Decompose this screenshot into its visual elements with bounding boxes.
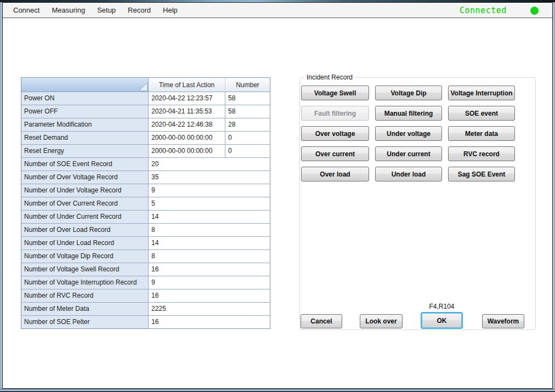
manual-filtering-button[interactable]: Manual filtering bbox=[375, 106, 442, 121]
soe-event-button[interactable]: SOE event bbox=[448, 106, 515, 121]
connection-status-dot-icon bbox=[530, 7, 539, 15]
row-value-cell: 5 bbox=[149, 197, 270, 210]
ok-button[interactable]: OK bbox=[421, 312, 463, 329]
row-time-cell: 2020-04-21 11:35:53 bbox=[149, 105, 225, 118]
row-value-cell: 16 bbox=[149, 263, 270, 276]
window-frame-bottom bbox=[0, 389, 555, 392]
fault-filtering-button: Fault filtering bbox=[301, 106, 369, 121]
cancel-button[interactable]: Cancel bbox=[301, 314, 342, 328]
incident-record-title: Incident Record bbox=[304, 73, 355, 81]
rvc-record-button[interactable]: RVC record bbox=[448, 146, 515, 161]
header-cell-number[interactable]: Number bbox=[225, 78, 270, 92]
over-load-button[interactable]: Over load bbox=[301, 167, 369, 181]
row-number-cell: 0 bbox=[225, 132, 270, 144]
header-cell-time[interactable]: Time of Last Action bbox=[149, 78, 225, 92]
connection-status-text: Connected bbox=[460, 3, 507, 18]
row-number-cell: 28 bbox=[225, 118, 270, 131]
row-value-cell: 14 bbox=[149, 211, 270, 223]
row-number-cell: 58 bbox=[225, 105, 270, 118]
incident-record-group: Incident Record Voltage Swell Voltage Di… bbox=[299, 77, 536, 330]
menu-item-connect[interactable]: Connect bbox=[7, 3, 46, 18]
sag-soe-event-button[interactable]: Sag SOE Event bbox=[448, 167, 515, 181]
menu-item-help[interactable]: Help bbox=[157, 3, 184, 18]
row-value-cell: 16 bbox=[149, 289, 270, 302]
row-value-cell: 16 bbox=[149, 316, 270, 328]
waveform-button[interactable]: Waveform bbox=[482, 314, 524, 328]
menu-item-measuring[interactable]: Measuring bbox=[46, 3, 91, 18]
table-row[interactable]: Number of RVC Record 16 bbox=[21, 289, 270, 303]
main-window: Connect Measuring Setup Record Help Conn… bbox=[2, 2, 553, 389]
table-row[interactable]: Number of Over Voltage Record 35 bbox=[21, 171, 270, 184]
table-row[interactable]: Number of Voltage Interruption Record 9 bbox=[21, 276, 270, 289]
table-row[interactable]: Number of Under Current Record 14 bbox=[21, 211, 270, 224]
under-voltage-button[interactable]: Under voltage bbox=[375, 126, 442, 141]
table-row[interactable]: Number of Voltage Swell Record 16 bbox=[21, 263, 270, 276]
table-row[interactable]: Parameter Modification 2020-04-22 12:46:… bbox=[21, 118, 270, 132]
row-value-cell: 9 bbox=[149, 276, 270, 289]
table-row[interactable]: Power OFF 2020-04-21 11:35:53 58 bbox=[21, 105, 270, 118]
voltage-dip-button[interactable]: Voltage Dip bbox=[375, 86, 442, 100]
table-row[interactable]: Reset Energy 2000-00-00 00:00:00 0 bbox=[21, 145, 270, 158]
table-row[interactable]: Number of Under Voltage Record 9 bbox=[21, 184, 270, 197]
table-header-row: Time of Last Action Number bbox=[21, 78, 270, 92]
event-summary-table: Time of Last Action Number Power ON 2020… bbox=[21, 77, 270, 329]
row-label-cell: Number of Voltage Interruption Record bbox=[21, 276, 149, 289]
row-value-cell: 14 bbox=[149, 237, 270, 249]
row-value-cell: 8 bbox=[149, 224, 270, 236]
table-row[interactable]: Power ON 2020-04-22 12:23:57 58 bbox=[21, 92, 270, 105]
under-current-button[interactable]: Under current bbox=[375, 146, 442, 161]
table-row[interactable]: Number of Voltage Dip Record 8 bbox=[21, 250, 270, 263]
row-time-cell: 2020-04-22 12:46:38 bbox=[149, 118, 225, 131]
menu-bar: Connect Measuring Setup Record Help Conn… bbox=[3, 3, 552, 18]
register-code-label: F4,R104 bbox=[418, 303, 465, 310]
look-over-button[interactable]: Look over bbox=[360, 314, 403, 328]
row-label-cell: Reset Energy bbox=[21, 145, 149, 157]
table-row[interactable]: Number of Under Load Record 14 bbox=[21, 237, 270, 250]
menu-item-record[interactable]: Record bbox=[122, 3, 157, 18]
application-window: Connect Measuring Setup Record Help Conn… bbox=[0, 0, 555, 392]
row-label-cell: Reset Demand bbox=[21, 132, 149, 144]
row-label-cell: Power ON bbox=[21, 92, 149, 105]
under-load-button[interactable]: Under load bbox=[375, 167, 442, 181]
row-time-cell: 2020-04-22 12:23:57 bbox=[149, 92, 225, 105]
row-label-cell: Number of RVC Record bbox=[21, 289, 149, 302]
meter-data-button[interactable]: Meter data bbox=[448, 126, 515, 141]
row-time-cell: 2000-00-00 00:00:00 bbox=[149, 145, 225, 157]
row-label-cell: Number of Under Current Record bbox=[21, 211, 149, 223]
row-value-cell: 8 bbox=[149, 250, 270, 263]
menu-item-setup[interactable]: Setup bbox=[91, 3, 122, 18]
row-label-cell: Number of Over Voltage Record bbox=[21, 171, 149, 184]
table-row[interactable]: Number of SOE Pelter 16 bbox=[21, 316, 270, 328]
table-row[interactable]: Reset Demand 2000-00-00 00:00:00 0 bbox=[21, 132, 270, 145]
table-row[interactable]: Number of Over Current Record 5 bbox=[21, 197, 270, 211]
row-label-cell: Number of Voltage Dip Record bbox=[21, 250, 149, 263]
row-value-cell: 2225 bbox=[149, 303, 270, 315]
sort-grip-icon-inner bbox=[140, 83, 147, 90]
row-value-cell: 35 bbox=[149, 171, 270, 184]
row-label-cell: Number of Under Load Record bbox=[21, 237, 149, 249]
row-time-cell: 2000-00-00 00:00:00 bbox=[149, 132, 225, 144]
row-value-cell: 20 bbox=[149, 158, 270, 171]
row-label-cell: Number of Under Voltage Record bbox=[21, 184, 149, 197]
row-label-cell: Number of Meter Data bbox=[21, 303, 149, 315]
row-label-cell: Number of Over Current Record bbox=[21, 197, 149, 210]
over-current-button[interactable]: Over current bbox=[301, 146, 369, 161]
over-voltage-button[interactable]: Over voltage bbox=[301, 126, 369, 141]
table-row[interactable]: Number of Meter Data 2225 bbox=[21, 303, 270, 316]
window-frame-right bbox=[553, 2, 555, 389]
incident-button-grid: Voltage Swell Voltage Dip Voltage Interr… bbox=[301, 86, 515, 181]
row-number-cell: 0 bbox=[225, 145, 270, 157]
row-number-cell: 58 bbox=[225, 92, 270, 105]
voltage-swell-button[interactable]: Voltage Swell bbox=[301, 86, 369, 100]
row-label-cell: Number of SOE Event Record bbox=[21, 158, 149, 171]
row-label-cell: Number of Over Load Record bbox=[21, 224, 149, 236]
row-label-cell: Number of SOE Pelter bbox=[21, 316, 149, 328]
client-area: Time of Last Action Number Power ON 2020… bbox=[3, 19, 552, 388]
row-label-cell: Number of Voltage Swell Record bbox=[21, 263, 149, 276]
table-row[interactable]: Number of SOE Event Record 20 bbox=[21, 158, 270, 171]
table-row[interactable]: Number of Over Load Record 8 bbox=[21, 224, 270, 237]
header-cell-blank[interactable] bbox=[21, 78, 149, 92]
row-value-cell: 9 bbox=[149, 184, 270, 197]
voltage-interruption-button[interactable]: Voltage Interruption bbox=[448, 86, 515, 100]
row-label-cell: Power OFF bbox=[21, 105, 149, 118]
